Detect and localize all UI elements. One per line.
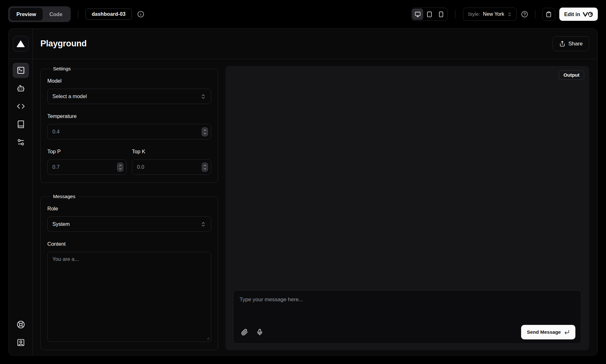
chevrons-up-down-icon [200, 221, 206, 227]
number-stepper[interactable] [202, 162, 208, 172]
device-desktop-button[interactable] [412, 9, 423, 20]
top-p-field: Top P [47, 149, 127, 175]
settings-fieldset: Settings Model Select a model Temperatur… [40, 66, 218, 183]
nav-playground-button[interactable] [13, 63, 29, 78]
square-user-icon [17, 338, 25, 347]
nav-documentation-button[interactable] [13, 117, 29, 132]
microphone-button[interactable] [254, 326, 265, 338]
send-message-button[interactable]: Send Message [521, 325, 575, 339]
model-select[interactable]: Select a model [47, 89, 211, 104]
clipboard-icon [546, 11, 552, 17]
edit-in-v0-button[interactable]: Edit in [559, 8, 598, 21]
role-select-value: System [52, 221, 70, 227]
help-icon[interactable] [521, 11, 528, 18]
number-stepper[interactable] [117, 162, 123, 172]
square-terminal-icon [17, 66, 25, 74]
book-icon [17, 120, 25, 128]
chevrons-up-down-icon [200, 94, 206, 99]
page-header: Playground Share [33, 29, 597, 59]
info-icon[interactable] [137, 11, 144, 18]
stepper-arrows-icon [203, 128, 207, 135]
role-label: Role [47, 206, 211, 212]
bot-icon [17, 84, 25, 92]
copy-code-button[interactable] [542, 8, 555, 21]
smartphone-icon [438, 11, 444, 17]
temperature-input[interactable] [47, 124, 211, 139]
sidebar-logo-area [9, 29, 33, 59]
tab-preview[interactable]: Preview [10, 8, 43, 21]
content-textarea[interactable] [47, 252, 211, 342]
share-icon [559, 41, 565, 47]
top-k-label: Top K [132, 149, 211, 155]
temperature-field: Temperature [47, 113, 211, 139]
attach-file-button[interactable] [239, 326, 250, 338]
paperclip-icon [241, 329, 248, 336]
role-select[interactable]: System [47, 216, 211, 232]
model-select-value: Select a model [52, 93, 87, 99]
settings-sliders-icon [17, 138, 25, 146]
output-badge: Output [559, 70, 584, 80]
composer-toolbar: Send Message [239, 325, 575, 339]
device-tablet-button[interactable] [424, 9, 435, 20]
device-phone-button[interactable] [435, 9, 447, 20]
messages-legend: Messages [51, 194, 78, 199]
toolbar-left: Preview Code dashboard-03 [8, 6, 144, 22]
life-buoy-icon [17, 320, 25, 329]
style-select-value: New York [483, 11, 504, 17]
block-name-badge: dashboard-03 [86, 9, 132, 20]
share-button[interactable]: Share [553, 36, 589, 51]
nav-account-button[interactable] [13, 335, 29, 350]
top-toolbar: Preview Code dashboard-03 [0, 0, 606, 28]
nav-api-button[interactable] [13, 99, 29, 114]
model-label: Model [47, 78, 211, 84]
top-p-input[interactable] [47, 159, 127, 175]
settings-legend: Settings [51, 66, 73, 72]
toolbar-right: Style: New York Edit in [411, 8, 598, 21]
message-composer: Send Message [233, 290, 581, 344]
style-select[interactable]: Style: New York [463, 8, 516, 21]
top-k-field: Top K [132, 149, 211, 175]
nav-models-button[interactable] [13, 81, 29, 96]
style-select-label: Style: [468, 11, 480, 17]
vercel-triangle-icon [17, 40, 25, 47]
stepper-arrows-icon [118, 164, 122, 170]
message-input[interactable] [239, 295, 575, 325]
divider [78, 10, 78, 18]
page-title: Playground [40, 39, 553, 49]
top-p-label: Top P [47, 149, 127, 155]
content-field: Content [47, 241, 211, 342]
info-circle-icon [137, 11, 144, 18]
output-panel: Output Send Message [225, 66, 589, 350]
model-field: Model Select a model [47, 78, 211, 104]
top-p-top-k-row: Top P Top K [47, 149, 211, 175]
device-preview-toggle [411, 8, 448, 21]
content-label: Content [47, 241, 211, 247]
corner-down-left-icon [564, 329, 570, 335]
view-mode-toggle: Preview Code [8, 6, 71, 22]
resize-grip-icon[interactable] [205, 336, 210, 340]
microphone-icon [256, 329, 263, 336]
home-logo-button[interactable] [13, 36, 29, 52]
app-window: Playground Share [9, 28, 597, 355]
send-message-label: Send Message [527, 329, 561, 335]
v0-logo-icon [583, 12, 593, 17]
circle-help-icon [521, 11, 528, 18]
stepper-arrows-icon [203, 164, 207, 170]
temperature-label: Temperature [47, 113, 211, 119]
number-stepper[interactable] [202, 127, 208, 136]
divider [455, 10, 455, 18]
edit-in-v0-label: Edit in [564, 11, 580, 17]
tablet-icon [426, 11, 432, 17]
nav-help-button[interactable] [13, 317, 29, 332]
divider [535, 10, 535, 18]
sidebar-nav [9, 59, 33, 355]
nav-settings-button[interactable] [13, 135, 29, 150]
role-field: Role System [47, 206, 211, 232]
configuration-form: Settings Model Select a model Temperatur… [40, 66, 218, 350]
messages-fieldset: Messages Role System Content [40, 194, 218, 350]
tab-code[interactable]: Code [43, 8, 69, 21]
monitor-icon [415, 11, 421, 17]
top-k-input[interactable] [132, 159, 211, 175]
share-button-label: Share [568, 41, 583, 47]
chevrons-up-down-icon [507, 12, 512, 17]
